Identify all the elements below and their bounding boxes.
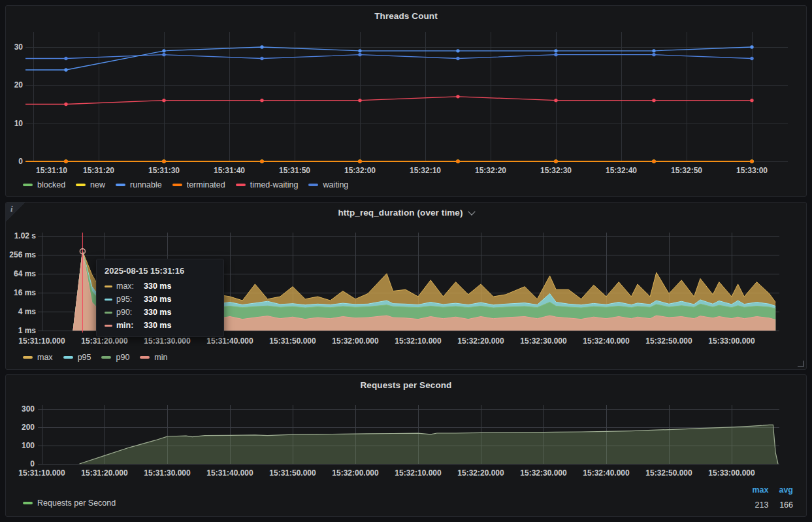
tooltip-row-p95: p95: 330 ms [105,295,216,304]
panel-threads-header[interactable]: Threads Count [6,10,806,22]
stat-value-avg: 166 [779,500,793,510]
legend-item-waiting[interactable]: waiting [308,180,348,189]
legend-item-max[interactable]: max [23,353,53,362]
legend-item-timed-waiting[interactable]: timed-waiting [236,180,299,189]
series-color-swatch [76,184,86,186]
x-tick-label: 15:31:20.000 [81,336,128,346]
x-tick-label: 15:31:10.000 [18,468,65,478]
x-tick-label: 15:33:00.000 [708,336,755,346]
data-point [358,49,361,52]
y-tick-label: 0 [18,157,23,166]
y-tick-label: 4 ms [18,307,37,316]
series-runnable [25,45,754,71]
legend-label: min [154,353,167,362]
legend-label: runnable [130,180,162,189]
tooltip-label-p95: p95: [116,295,144,304]
x-tick-label: 15:31:30 [148,166,180,175]
legend-label: p90 [116,353,129,362]
series-color-swatch [63,356,73,359]
tooltip-value-p90: 330 ms [144,308,216,317]
series-color-swatch [23,502,33,504]
data-point [358,159,361,163]
requests-per-second-chart: 15:31:10.00015:31:20.00015:31:30.00015:3… [6,375,806,516]
legend-stats-table: max avg 213 166 [752,485,793,510]
y-tick-label: 200 [22,423,35,432]
stat-header-avg[interactable]: avg [779,485,793,495]
x-tick-label: 15:31:20.000 [81,468,128,478]
legend-label: max [37,353,53,362]
grid [25,32,788,161]
panel-info-corner[interactable]: i [6,203,25,222]
grafana-dashboard: Threads Count 15:31:1015:31:2015:31:3015… [0,0,812,522]
min-series-swatch [105,325,112,327]
series-color-swatch [236,184,246,186]
max-series-swatch [105,285,112,287]
data-point [456,57,459,60]
stat-header-max[interactable]: max [752,485,768,495]
legend-item-blocked[interactable]: blocked [23,180,65,189]
x-tick-label: 15:31:30.000 [144,468,191,478]
x-tick-label: 15:31:50 [279,166,310,175]
legend-item-requests-per-second[interactable]: Requests per Second [23,498,116,508]
legend-item-new[interactable]: new [76,180,105,189]
data-point [652,99,655,102]
x-tick-label: 15:32:30.000 [520,336,567,346]
x-tick-label: 15:32:20.000 [457,468,504,478]
x-tick-label: 15:31:10 [36,166,67,175]
x-tick-label: 15:32:20.000 [457,336,504,346]
x-tick-label: 15:32:10.000 [395,336,442,346]
x-tick-label: 15:32:00 [344,166,376,175]
data-point [750,159,753,163]
panel-resize-handle[interactable] [798,361,804,367]
data-point [162,99,165,102]
data-point [554,99,557,102]
legend-label: p95 [78,353,91,362]
x-tick-label: 15:31:50.000 [269,468,316,478]
series-color-swatch [172,184,182,186]
data-point [652,159,655,163]
panel-title-http: http_req_duration (over time) [338,208,463,218]
data-point [260,45,263,48]
panel-http-header[interactable]: http_req_duration (over time) [6,206,806,218]
x-tick-label: 15:32:10.000 [395,468,442,478]
x-tick-label: 15:32:40.000 [583,468,630,478]
panel-title-threads: Threads Count [374,11,438,21]
tooltip-label-min: min: [116,321,144,330]
data-point [64,68,67,71]
p95-series-swatch [105,299,112,301]
data-point [750,57,753,60]
legend-item-min[interactable]: min [140,353,167,362]
chevron-down-icon [468,208,475,215]
x-tick-label: 15:32:20 [475,166,506,175]
data-point [358,99,361,102]
data-point [652,53,655,56]
legend-label: Requests per Second [37,498,116,508]
x-tick-label: 15:31:40 [214,166,245,175]
x-tick-label: 15:32:40 [606,166,637,175]
tooltip-row-max: max: 330 ms [105,282,216,291]
legend-item-runnable[interactable]: runnable [116,180,162,189]
y-tick-label: 300 [22,404,35,414]
x-tick-label: 15:32:40.000 [583,336,630,346]
threads-count-chart: 15:31:1015:31:2015:31:3015:31:4015:31:50… [6,6,806,196]
y-tick-label: 0 [30,459,35,468]
data-point [750,45,753,48]
data-point [554,49,557,52]
legend-label: waiting [323,180,348,189]
legend-item-p95[interactable]: p95 [63,353,91,362]
panel-rps-header[interactable]: Requests per Second [6,379,806,391]
panel-http-req-duration: i http_req_duration (over time) 15:31:10… [5,202,807,370]
legend-item-terminated[interactable]: terminated [172,180,225,189]
y-tick-label: 30 [14,42,24,52]
p90-series-swatch [105,312,112,314]
legend-item-p90[interactable]: p90 [101,353,129,362]
tooltip-value-max: 330 ms [144,282,216,291]
y-tick-label: 100 [22,441,35,450]
tooltip-row-p90: p90: 330 ms [105,308,216,317]
x-tick-label: 15:33:00.000 [708,468,755,478]
data-point [162,49,165,52]
x-tick-label: 15:32:00.000 [332,468,379,478]
chart-tooltip: 2025-08-15 15:31:16 max: 330 ms p95: 330… [96,259,224,337]
data-point [260,99,263,102]
x-tick-label: 15:32:50 [671,166,702,175]
